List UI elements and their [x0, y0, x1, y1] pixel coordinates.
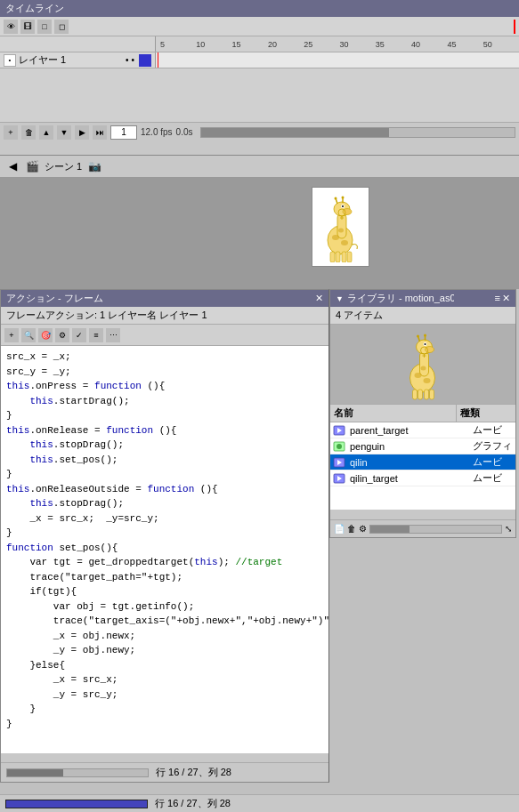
giraffe-graphic	[316, 191, 365, 262]
app-status-bar: 行 16 / 27、列 28	[0, 794, 519, 812]
code-line-19: trace("target_axis=("+obj.newx+","+obj.n…	[6, 614, 323, 629]
svg-rect-33	[430, 390, 434, 399]
layer-frames[interactable]	[156, 52, 519, 68]
code-line-26: }	[6, 717, 323, 732]
playhead	[158, 52, 158, 68]
library-item-qilin[interactable]: qilin ムービ	[330, 454, 515, 470]
layer-info: • レイヤー 1 • •	[0, 52, 156, 68]
add-action-icon[interactable]: +	[4, 328, 19, 342]
action-toolbar: + 🔍 🎯 ⚙ ✓ ≡ ⋯	[1, 325, 328, 346]
move-down-icon[interactable]: ▼	[57, 125, 71, 140]
item-type-3: ムービ	[471, 455, 515, 469]
item-type-1: ムービ	[471, 423, 515, 437]
item-name-1: parent_target	[348, 425, 471, 436]
layer-column-header	[0, 36, 156, 52]
scene-icon[interactable]: 🎬	[25, 159, 39, 173]
layer-name: レイヤー 1	[19, 53, 66, 67]
code-area[interactable]: src_x = _x; src_y = _y; this.onPress = f…	[1, 346, 328, 753]
code-line-1: src_x = _x;	[6, 350, 323, 365]
more-options-icon[interactable]: ⋯	[106, 328, 120, 342]
eye-icon[interactable]: 👁	[4, 20, 18, 34]
library-close-icon[interactable]: ✕	[502, 293, 510, 304]
code-line-13: }	[6, 526, 323, 541]
stage-area	[0, 178, 519, 289]
item-type-4: ムービ	[471, 471, 515, 485]
delete-layer-icon[interactable]: 🗑	[21, 125, 36, 140]
svg-point-5	[342, 205, 344, 207]
action-close-icon[interactable]: ✕	[315, 293, 323, 304]
end-icon[interactable]: ⏭	[93, 125, 107, 140]
lib-resize-icon[interactable]: ⤡	[505, 524, 512, 534]
item-name-4: qilin_target	[348, 473, 471, 484]
move-up-icon[interactable]: ▲	[39, 125, 53, 140]
movie-icon-3	[332, 472, 346, 485]
svg-rect-30	[413, 390, 418, 399]
svg-rect-12	[342, 252, 346, 262]
code-line-6: this.onRelease = function (){	[6, 423, 323, 438]
scene-name[interactable]: シーン 1	[45, 160, 82, 173]
action-status-bar: 行 16 / 27、列 28	[1, 762, 328, 782]
code-line-20: _x = obj.newx;	[6, 629, 323, 644]
code-line-14: function set_pos(){	[6, 541, 323, 556]
frame-input[interactable]	[110, 125, 137, 140]
scene-bar: ◀ 🎬 シーン 1 📷	[0, 156, 519, 178]
ruler-15: 15	[232, 40, 268, 49]
timeline-panel: タイムライン 👁 🎞 □ ◻ 5 10 15 20 25 30 35 40 45	[0, 0, 519, 156]
library-title-bar: ▼ ライブラリ - motion_as08_... ≡ ✕	[330, 290, 515, 307]
layer-outline-icon[interactable]: ◻	[54, 20, 69, 34]
timeline-title: タイムライン	[5, 2, 64, 15]
svg-point-8	[335, 197, 337, 200]
library-item-penguin[interactable]: penguin グラフィ	[330, 438, 515, 454]
action-options-icon[interactable]: ⚙	[55, 328, 69, 342]
insert-target-icon[interactable]: 🎯	[38, 328, 53, 342]
code-line-23: _x = src_x;	[6, 672, 323, 687]
svg-point-35	[424, 378, 431, 383]
code-line-12: _x = src_x; _y=src_y;	[6, 511, 323, 527]
search-action-icon[interactable]: 🔍	[21, 328, 36, 342]
timeline-toolbar: 👁 🎞 □ ◻	[0, 17, 519, 36]
add-layer-icon[interactable]: +	[4, 125, 18, 140]
layer-mode-icon[interactable]: □	[37, 20, 52, 34]
action-menu-icon[interactable]: ≡	[89, 328, 103, 342]
ruler-25: 25	[304, 40, 339, 49]
name-column-header[interactable]: 名前	[330, 405, 457, 422]
lib-settings-icon[interactable]: ⚙	[359, 524, 367, 534]
ruler-45: 45	[447, 40, 483, 49]
timeline-scrollbar[interactable]	[200, 127, 516, 138]
code-line-9: }	[6, 467, 323, 482]
library-item-qilin-target[interactable]: qilin_target ムービ	[330, 470, 515, 486]
back-icon[interactable]: ◀	[5, 159, 20, 173]
status-progress-bar	[5, 800, 148, 808]
svg-point-25	[425, 343, 426, 345]
add-symbol-icon[interactable]: 📄	[334, 524, 345, 534]
ruler-50: 50	[483, 40, 519, 49]
play-icon[interactable]: ▶	[75, 125, 89, 140]
library-items-list: parent_target ムービ penguin グラフィ qilin ムービ	[330, 422, 515, 510]
library-triangle-icon: ▼	[336, 294, 344, 303]
layer-dot2: •	[131, 55, 134, 65]
empty-timeline-area	[0, 68, 519, 122]
library-scrollbar[interactable]	[369, 525, 502, 534]
type-column-header[interactable]: 種類	[457, 405, 501, 422]
code-line-18: var obj = tgt.getinfo();	[6, 599, 323, 615]
camera-icon[interactable]: 📷	[87, 159, 101, 173]
check-icon[interactable]: ✓	[72, 328, 86, 342]
code-line-17: if(tgt){	[6, 584, 323, 599]
timeline-bottom-bar: + 🗑 ▲ ▼ ▶ ⏭ 12.0 fps 0.0s	[0, 122, 519, 141]
svg-point-28	[417, 334, 419, 337]
delete-symbol-icon[interactable]: 🗑	[347, 524, 356, 534]
item-name-2: penguin	[348, 441, 471, 452]
library-item-parent-target[interactable]: parent_target ムービ	[330, 422, 515, 438]
code-line-16: trace("target_path="+tgt);	[6, 570, 323, 585]
svg-point-34	[415, 373, 422, 378]
ruler-40: 40	[411, 40, 447, 49]
action-scrollbar[interactable]	[6, 768, 149, 777]
timeline-layer-row: • レイヤー 1 • •	[0, 52, 519, 68]
film-icon[interactable]: 🎞	[20, 20, 35, 34]
svg-point-16	[338, 229, 344, 233]
layer-dot1: •	[126, 55, 129, 65]
library-settings-icon[interactable]: ≡	[495, 293, 500, 304]
layer-visibility-icon[interactable]: •	[4, 54, 16, 67]
svg-rect-10	[330, 252, 335, 262]
item-name-3: qilin	[348, 457, 471, 468]
